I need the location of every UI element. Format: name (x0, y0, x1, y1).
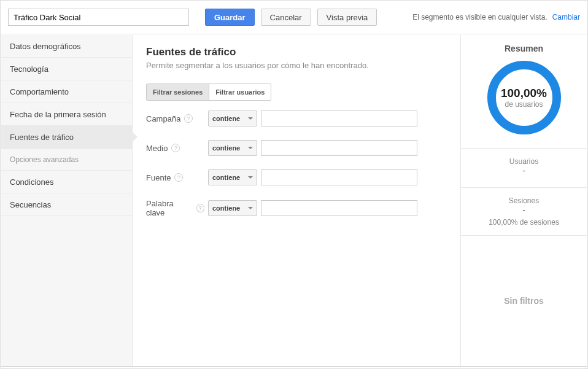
panel-subtitle: Permite segmentar a los usuarios por cóm… (146, 61, 447, 70)
operator-dropdown[interactable]: contiene (208, 140, 257, 156)
campaign-value-input[interactable] (261, 111, 417, 126)
row-medium: Medio? contiene (146, 140, 447, 156)
row-campaign: Campaña? contiene (146, 111, 447, 126)
donut-sublabel: de usuarios (505, 100, 543, 109)
filter-users-tab[interactable]: Filtrar usuarios (209, 84, 271, 100)
operator-dropdown[interactable]: contiene (208, 200, 257, 216)
top-bar: Guardar Cancelar Vista previa El segment… (1, 1, 587, 34)
sidebar-advanced-label: Opciones avanzadas (1, 149, 132, 171)
sidebar-item-conditions[interactable]: Condiciones (1, 171, 132, 193)
help-icon[interactable]: ? (184, 114, 193, 123)
chevron-down-icon (248, 176, 253, 179)
users-value: - (467, 166, 581, 175)
operator-dropdown[interactable]: contiene (208, 169, 257, 185)
row-label: Palabra clave (146, 199, 193, 217)
row-label: Medio (146, 144, 168, 153)
operator-dropdown[interactable]: contiene (208, 111, 257, 126)
sidebar-item-traffic-sources[interactable]: Fuentes de tráfico (1, 126, 132, 149)
operator-label: contiene (212, 174, 240, 181)
medium-value-input[interactable] (261, 140, 417, 156)
summary-users: Usuarios - (461, 149, 587, 188)
no-filters-label: Sin filtros (461, 236, 587, 366)
sidebar-item-label: Fecha de la primera sesión (10, 110, 106, 119)
keyword-value-input[interactable] (261, 200, 417, 216)
sidebar-item-technology[interactable]: Tecnología (1, 58, 132, 80)
donut-chart: 100,00% de usuarios (487, 61, 561, 134)
summary-panel: Resumen 100,00% de usuarios Usuarios - S… (460, 35, 587, 366)
filter-sessions-tab[interactable]: Filtrar sesiones (147, 84, 209, 100)
sidebar-item-label: Comportamiento (10, 87, 69, 96)
donut-percent: 100,00% (501, 87, 547, 100)
row-label: Campaña (146, 114, 180, 123)
row-keyword: Palabra clave? contiene (146, 199, 447, 217)
row-source: Fuente? contiene (146, 169, 447, 185)
summary-header: Resumen 100,00% de usuarios (461, 35, 587, 149)
row-label: Fuente (146, 173, 171, 182)
sidebar-item-sequences[interactable]: Secuencias (1, 193, 132, 216)
help-icon[interactable]: ? (196, 204, 205, 212)
panel-title: Fuentes de tráfico (146, 46, 447, 58)
segment-name-input[interactable] (8, 9, 189, 26)
summary-title: Resumen (467, 44, 581, 53)
sidebar-item-label: Condiciones (10, 177, 54, 187)
cancel-button[interactable]: Cancelar (261, 9, 311, 26)
sidebar-item-label: Datos demográficos (10, 42, 81, 51)
source-value-input[interactable] (261, 169, 417, 185)
change-visibility-link[interactable]: Cambiar (552, 13, 580, 21)
sidebar-item-behavior[interactable]: Comportamiento (1, 80, 132, 103)
sidebar-item-label: Tecnología (10, 64, 48, 74)
users-label: Usuarios (467, 157, 581, 166)
sidebar-item-label: Secuencias (10, 200, 51, 209)
sidebar-item-demographics[interactable]: Datos demográficos (1, 35, 132, 58)
chevron-down-icon (248, 207, 253, 209)
sidebar: Datos demográficos Tecnología Comportami… (1, 35, 133, 366)
preview-button[interactable]: Vista previa (317, 9, 377, 26)
filter-scope-toggle: Filtrar sesiones Filtrar usuarios (146, 84, 271, 101)
sessions-value: - (467, 205, 581, 214)
help-icon[interactable]: ? (171, 144, 180, 152)
sidebar-item-first-session[interactable]: Fecha de la primera sesión (1, 103, 132, 126)
summary-sessions: Sesiones - 100,00% de sesiones (461, 188, 587, 236)
sessions-percent: 100,00% de sesiones (467, 218, 581, 227)
segment-builder: { "top": { "name_value": "Tráfico Dark S… (0, 0, 588, 369)
sidebar-item-label: Fuentes de tráfico (10, 133, 74, 142)
operator-label: contiene (212, 115, 240, 122)
chevron-down-icon (248, 117, 253, 120)
operator-label: contiene (212, 144, 240, 152)
operator-label: contiene (212, 204, 240, 212)
visibility-info: El segmento es visible en cualquier vist… (412, 13, 580, 21)
visibility-text: El segmento es visible en cualquier vist… (412, 13, 547, 21)
help-icon[interactable]: ? (174, 173, 183, 182)
sessions-label: Sesiones (467, 196, 581, 205)
save-button[interactable]: Guardar (205, 9, 255, 26)
chevron-down-icon (248, 147, 253, 149)
main-panel: Fuentes de tráfico Permite segmentar a l… (133, 35, 460, 366)
